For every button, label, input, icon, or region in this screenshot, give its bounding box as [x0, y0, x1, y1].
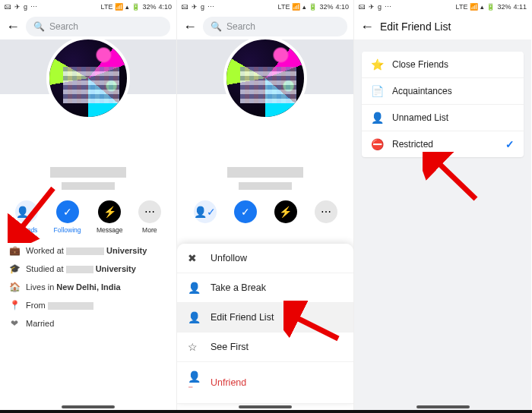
profile-avatar-2[interactable]	[223, 36, 307, 120]
lte-label: LTE	[456, 4, 468, 11]
sheet-take-break[interactable]: 👤 Take a Break	[177, 273, 353, 303]
app-icon: g	[201, 4, 204, 11]
friends-button-2[interactable]: 👤✓	[194, 200, 217, 223]
tutorial-arrow-3	[423, 152, 483, 205]
signal-icon: ▴	[480, 4, 484, 11]
nav-pill-3	[416, 405, 470, 408]
about-study[interactable]: 🎓 Studied at University	[9, 260, 167, 278]
battery-pct: 32%	[319, 3, 333, 11]
messenger-icon: ⚡	[274, 200, 297, 223]
profile-actions: 👤✓ Friends ✓ Following ⚡ Message ⋯ More	[0, 196, 176, 238]
more-button[interactable]: ⋯ More	[138, 200, 161, 234]
more-status-icon: ⋯	[385, 4, 391, 11]
avatar-wrap-2	[223, 36, 307, 120]
list-restricted[interactable]: ⛔ Restricted ✓	[362, 131, 524, 157]
following-button-2[interactable]: ✓	[234, 200, 257, 223]
name-censored	[50, 167, 126, 178]
back-arrow-icon[interactable]: ←	[183, 19, 197, 35]
search-icon: 🔍	[33, 21, 45, 32]
subname-censored	[62, 182, 115, 190]
messenger-icon: ⚡	[98, 200, 121, 223]
search-icon: 🔍	[211, 21, 222, 32]
signal-icon: ▴	[125, 4, 129, 11]
more-button-2[interactable]: ⋯	[315, 200, 337, 223]
battery-pct: 32%	[142, 3, 156, 11]
list-unnamed[interactable]: 👤 Unnamed List	[362, 105, 524, 131]
sheet-edit-friend-list[interactable]: 👤 Edit Friend List	[177, 303, 353, 333]
telegram-icon: ✈	[14, 4, 21, 11]
briefcase-icon: 💼	[9, 245, 20, 256]
home-icon: 🏠	[9, 282, 20, 292]
subname-censored-2	[239, 182, 292, 190]
battery-icon: 🔋	[131, 4, 140, 11]
status-bar-3: 🖂 ✈ g ⋯ LTE 📶 ▴ 🔋 32% 4:11	[354, 0, 531, 14]
top-bar: ← 🔍 Search	[0, 14, 176, 39]
more-status-icon: ⋯	[30, 4, 37, 11]
more-status-icon: ⋯	[207, 4, 214, 11]
search-placeholder: Search	[49, 21, 78, 32]
friends-button[interactable]: 👤✓ Friends	[15, 200, 38, 234]
graduation-icon: 🎓	[9, 263, 20, 274]
bottom-border	[0, 410, 532, 413]
sheet-unfollow[interactable]: ✖ Unfollow	[177, 244, 353, 273]
list-acquaintances[interactable]: 📄 Acquaintances	[362, 78, 524, 105]
status-bar-2: 🖂 ✈ g ⋯ LTE 📶 ▴ 🔋 32% 4:10	[177, 0, 353, 14]
about-section: 💼 Worked at University 🎓 Studied at Univ…	[0, 241, 176, 333]
about-married[interactable]: ❤ Married	[9, 314, 167, 333]
battery-pct: 32%	[497, 3, 511, 11]
lte-label: LTE	[101, 4, 113, 11]
sheet-see-first[interactable]: ☆ See First	[177, 333, 353, 362]
location-pin-icon: 📍	[9, 300, 20, 311]
search-input-2[interactable]: 🔍 Search	[203, 17, 347, 36]
person-icon: 👤	[188, 282, 201, 294]
search-input[interactable]: 🔍 Search	[26, 17, 170, 36]
avatar-censored	[63, 67, 119, 103]
back-arrow-icon[interactable]: ←	[6, 19, 20, 35]
heart-icon: ❤	[9, 318, 20, 329]
screen-friend-list: 🖂 ✈ g ⋯ LTE 📶 ▴ 🔋 32% 4:11 ← Edit Friend…	[354, 0, 531, 410]
wifi-icon: 📶	[470, 4, 478, 11]
back-arrow-icon[interactable]: ←	[360, 19, 374, 35]
about-from[interactable]: 📍 From	[9, 296, 167, 314]
message-button-2[interactable]: ⚡	[274, 200, 297, 223]
page-title: Edit Friend List	[380, 20, 451, 33]
more-icon: ⋯	[138, 200, 161, 223]
following-button[interactable]: ✓ Following	[54, 200, 81, 234]
avatar-wrap	[46, 36, 130, 120]
bottom-sheet: ✖ Unfollow 👤 Take a Break 👤 Edit Friend …	[177, 244, 353, 404]
top-bar-2: ← 🔍 Search	[177, 14, 353, 39]
following-icon: ✓	[234, 200, 257, 223]
app-icon: g	[378, 4, 382, 11]
profile-avatar[interactable]	[46, 36, 130, 120]
restricted-icon: ⛔	[371, 138, 385, 150]
star-icon: ☆	[188, 341, 201, 353]
avatar-censored-2	[240, 67, 296, 103]
message-button[interactable]: ⚡ Message	[97, 200, 123, 234]
battery-icon: 🔋	[486, 4, 495, 11]
nav-pill	[62, 405, 115, 408]
list-close-friends[interactable]: ⭐ Close Friends	[362, 52, 524, 78]
lte-label: LTE	[278, 4, 290, 11]
friends-icon: 👤✓	[194, 200, 217, 223]
notif-icon: 🖂	[359, 4, 366, 11]
screen-sheet: 🖂 ✈ g ⋯ LTE 📶 ▴ 🔋 32% 4:10 ← 🔍 Search	[177, 0, 354, 410]
unfollow-icon: ✖	[188, 252, 201, 264]
top-bar-3: ← Edit Friend List	[354, 14, 531, 39]
friends-icon: 👤✓	[15, 200, 38, 223]
clock-1: 4:10	[158, 3, 172, 11]
search-placeholder-2: Search	[226, 21, 255, 32]
profile-name-block	[0, 167, 176, 190]
about-work[interactable]: 💼 Worked at University	[9, 241, 167, 260]
name-censored-2	[227, 167, 303, 178]
profile-actions-2: 👤✓ ✓ ⚡ ⋯	[177, 196, 353, 228]
person-remove-icon: 👤⁻	[188, 370, 201, 395]
screen-profile: 🖂 ✈ g ⋯ LTE 📶 ▴ 🔋 32% 4:10 ← 🔍 Search	[0, 0, 177, 410]
wifi-icon: 📶	[115, 4, 123, 11]
star-fill-icon: ⭐	[371, 58, 385, 71]
signal-icon: ▴	[302, 4, 306, 11]
app-icon: g	[24, 4, 27, 11]
telegram-icon: ✈	[192, 4, 198, 11]
person-icon: 👤	[371, 112, 385, 124]
about-lives[interactable]: 🏠 Lives in New Delhi, India	[9, 278, 167, 296]
sheet-unfriend[interactable]: 👤⁻ Unfriend	[177, 362, 353, 404]
